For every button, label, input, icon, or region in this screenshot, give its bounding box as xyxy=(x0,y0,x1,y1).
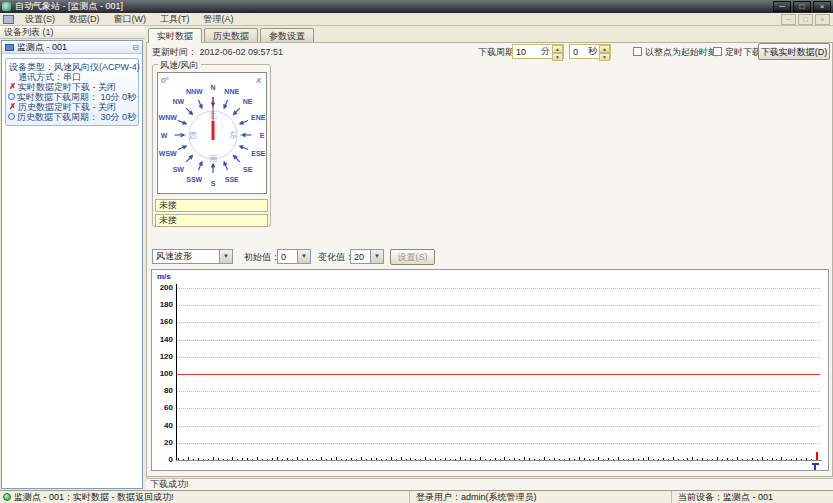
compass-dir-SSW: SSW xyxy=(186,176,202,183)
minutes-unit: 分 xyxy=(541,45,552,58)
seconds-spin-buttons[interactable]: ▲ ▼ xyxy=(599,45,610,58)
chart-data-tick xyxy=(564,459,565,460)
chart-data-tick xyxy=(450,459,451,460)
chart-data-tick xyxy=(643,458,644,460)
seconds-unit: 秒 xyxy=(588,45,599,58)
chart-data-tick xyxy=(430,459,431,460)
chart-data-tick xyxy=(752,458,753,460)
close-icon[interactable]: × xyxy=(813,1,831,12)
chart-data-tick xyxy=(509,459,510,460)
spin-up-icon[interactable]: ▲ xyxy=(599,45,610,53)
set-button[interactable]: 设置(S) xyxy=(390,249,435,265)
mdi-child-icon[interactable] xyxy=(3,15,14,24)
chart-data-tick xyxy=(272,458,273,460)
menu-item-4[interactable]: 管理(A) xyxy=(197,13,241,25)
tab-0[interactable]: 实时数据 xyxy=(148,28,202,43)
wind-speed-status: 未接 xyxy=(155,199,268,212)
chart-data-tick xyxy=(801,459,802,460)
mdi-close-icon[interactable]: × xyxy=(815,14,830,25)
tab-bar: 实时数据历史数据参数设置 xyxy=(148,28,316,43)
menu-item-2[interactable]: 窗口(W) xyxy=(107,13,154,25)
collapse-icon[interactable]: ⊟ xyxy=(132,43,139,52)
chart-data-tick xyxy=(406,459,407,460)
chart-data-tick xyxy=(786,459,787,460)
chart-data-tick xyxy=(316,459,317,460)
compass-dir-SE: SE xyxy=(243,165,252,172)
chart-data-tick xyxy=(747,459,748,460)
change-value-select[interactable]: 20 ▼ xyxy=(350,249,384,264)
chart-data-tick xyxy=(648,457,649,460)
menu-bar: 设置(S)数据(D)窗口(W)工具(T)管理(A) ─ □ × xyxy=(0,13,833,26)
spin-up-icon[interactable]: ▲ xyxy=(552,45,563,53)
chart-data-tick xyxy=(574,459,575,460)
menu-item-1[interactable]: 数据(D) xyxy=(62,13,107,25)
chart-ytick-160: 160 xyxy=(152,317,173,326)
checkbox-timed-download[interactable] xyxy=(713,47,722,56)
minutes-spin-buttons[interactable]: ▲ ▼ xyxy=(552,45,563,58)
update-time-value: 2012-06-02 09:57:51 xyxy=(200,47,284,57)
chart-data-tick xyxy=(366,459,367,460)
mdi-minimize-icon[interactable]: ─ xyxy=(781,14,796,25)
chart-data-tick xyxy=(712,459,713,460)
checkbox-start-on-hour[interactable] xyxy=(633,47,642,56)
chart-data-tick xyxy=(440,459,441,460)
seconds-spinner[interactable]: 0 秒 ▲ ▼ xyxy=(569,44,611,59)
device-info-box: 设备类型：风速风向仪(ACPW-4)通讯方式：串口✗实时数据定时下载 - 关闭实… xyxy=(5,58,139,126)
wind-compass: 0° X 北 南 西 东 NNNENEENEEESESESSESSSWSWWSW… xyxy=(157,72,267,194)
chart-data-tick xyxy=(717,457,718,460)
tab-1[interactable]: 历史数据 xyxy=(204,28,258,42)
menu-item-3[interactable]: 工具(T) xyxy=(153,13,197,25)
compass-dir-NNE: NNE xyxy=(224,87,239,94)
chart-data-tick xyxy=(678,459,679,460)
device-icon xyxy=(5,44,14,51)
wind-speed-value: X xyxy=(255,76,262,85)
tab-2[interactable]: 参数设置 xyxy=(260,28,314,42)
app-window: 自动气象站 - [监测点 - 001] ─ □ × 设置(S)数据(D)窗口(W… xyxy=(0,0,833,503)
chart-data-tick xyxy=(732,459,733,460)
chart-ytick-140: 140 xyxy=(152,335,173,344)
chart-data-tick xyxy=(237,459,238,460)
mdi-restore-icon[interactable]: □ xyxy=(798,14,813,25)
spin-down-icon[interactable]: ▼ xyxy=(552,53,563,61)
wind-speed-chart: m/s 020406080100120140160180200 xyxy=(151,269,829,471)
minimize-icon[interactable]: ─ xyxy=(773,1,791,12)
chart-data-tick xyxy=(257,457,258,460)
chart-data-tick xyxy=(297,457,298,460)
chart-data-tick xyxy=(796,458,797,460)
dropdown-arrow-icon[interactable]: ▼ xyxy=(297,250,310,263)
compass-dir-SSE: SSE xyxy=(225,176,239,183)
chart-data-tick xyxy=(519,459,520,460)
download-realtime-button[interactable]: 下载实时数据(D) xyxy=(758,43,830,60)
chart-data-tick xyxy=(208,459,209,460)
compass-dir-N: N xyxy=(210,84,215,91)
chart-data-tick xyxy=(435,458,436,460)
chart-data-tick xyxy=(415,459,416,460)
device-info-text: 实时数据定时下载 - 关闭 xyxy=(18,82,116,92)
chart-data-tick xyxy=(584,458,585,460)
chart-data-tick xyxy=(401,457,402,460)
dropdown-arrow-icon[interactable]: ▼ xyxy=(370,250,383,263)
seconds-value[interactable]: 0 xyxy=(570,47,588,57)
waveform-select[interactable]: 风速波形 ▼ xyxy=(152,249,233,264)
spin-down-icon[interactable]: ▼ xyxy=(599,53,610,61)
compass-dir-E: E xyxy=(260,132,265,139)
chart-data-tick xyxy=(757,459,758,460)
chart-data-tick xyxy=(539,459,540,460)
tree-item-device[interactable]: 监测点 - 001 ⊟ xyxy=(2,41,142,54)
minutes-value[interactable]: 10 xyxy=(513,47,541,57)
menu-item-0[interactable]: 设置(S) xyxy=(18,13,62,25)
chart-data-tick xyxy=(579,457,580,460)
dropdown-arrow-icon[interactable]: ▼ xyxy=(219,250,232,263)
chart-x-axis xyxy=(176,460,822,461)
chart-scroll-marker[interactable] xyxy=(812,463,819,470)
chart-data-tick xyxy=(613,459,614,460)
chart-data-tick xyxy=(326,459,327,460)
initial-value-select[interactable]: 0 ▼ xyxy=(277,249,311,264)
minutes-spinner[interactable]: 10 分 ▲ ▼ xyxy=(512,44,564,59)
maximize-icon[interactable]: □ xyxy=(793,1,811,12)
chart-data-tick xyxy=(737,457,738,460)
chart-data-tick xyxy=(203,459,204,460)
chart-data-tick xyxy=(608,458,609,460)
compass-south-cn: 南 xyxy=(209,154,218,163)
chart-data-tick xyxy=(386,459,387,460)
